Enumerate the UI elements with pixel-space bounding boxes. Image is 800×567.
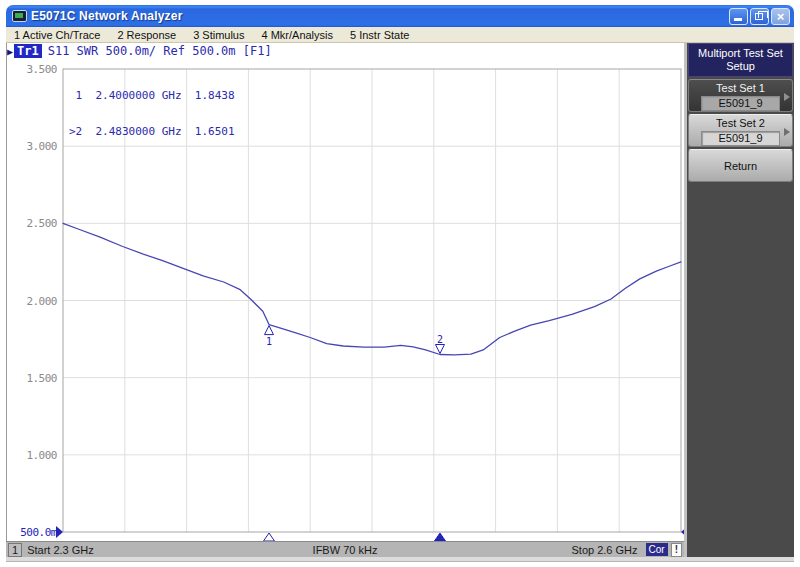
test-set-1-label: Test Set 1	[716, 82, 765, 94]
status-bar: 1 Start 2.3 GHz IFBW 70 kHz Stop 2.6 GHz…	[6, 541, 684, 557]
return-label: Return	[724, 160, 757, 172]
marker-readout: 1 2.4000000 GHz 1.8438 >2 2.4830000 GHz …	[69, 66, 235, 162]
test-set-2-button[interactable]: Test Set 2 E5091_9	[688, 114, 793, 147]
submenu-arrow-icon	[784, 93, 790, 101]
marker-1-stimulus-handle[interactable]	[264, 533, 275, 541]
close-icon: ×	[772, 9, 789, 24]
active-trace-pointer-icon: ▶	[7, 46, 13, 57]
marker-readout-line-2: >2 2.4830000 GHz 1.6501	[69, 126, 235, 138]
restore-icon	[755, 13, 763, 20]
menu-item-instr-state[interactable]: 5 Instr State	[350, 29, 409, 41]
y-axis-tick-label: 2.500	[7, 217, 57, 230]
submenu-arrow-icon	[784, 128, 790, 136]
warning-indicator: !	[671, 543, 682, 557]
marker-readout-line-1: 1 2.4000000 GHz 1.8438	[69, 90, 235, 102]
menu-bar: 1 Active Ch/Trace 2 Response 3 Stimulus …	[6, 27, 794, 43]
menu-item-active-ch-trace[interactable]: 1 Active Ch/Trace	[14, 29, 100, 41]
y-axis-tick-label: 1.500	[7, 372, 57, 385]
title-bar: E5071C Network Analyzer ×	[6, 5, 794, 27]
trace-marker-2-number: 2	[437, 334, 443, 345]
app-icon	[12, 10, 27, 22]
return-button[interactable]: Return	[688, 149, 793, 182]
test-set-1-value: E5091_9	[701, 96, 780, 111]
menu-item-stimulus[interactable]: 3 Stimulus	[193, 29, 244, 41]
menu-item-response[interactable]: 2 Response	[117, 29, 176, 41]
menu-item-mkr-analysis[interactable]: 4 Mkr/Analysis	[261, 29, 333, 41]
marker-2-stimulus-handle[interactable]	[434, 533, 445, 541]
chart-panel: 112 3.5003.0002.5002.0001.5001.000500.0m…	[6, 43, 684, 541]
test-set-2-label: Test Set 2	[716, 117, 765, 129]
trace-marker-1-number: 1	[266, 336, 272, 347]
y-axis-tick-label: 3.000	[7, 140, 57, 153]
softkey-menu-title: Multiport Test Set Setup	[688, 43, 793, 77]
stop-frequency: Stop 2.6 GHz	[571, 544, 637, 556]
minimize-button[interactable]	[729, 8, 748, 25]
trace-tab-tr1[interactable]: Tr1	[14, 44, 42, 58]
y-axis-tick-label: 3.500	[7, 63, 57, 76]
trace-settings-text: S11 SWR 500.0m/ Ref 500.0m [F1]	[48, 44, 272, 58]
y-axis-tick-label: 500.0m	[7, 526, 57, 539]
window-bottom-edge	[6, 557, 794, 562]
y-axis-tick-label: 2.000	[7, 295, 57, 308]
test-set-1-button[interactable]: Test Set 1 E5091_9	[688, 79, 793, 112]
restore-button[interactable]	[750, 8, 769, 25]
y-axis-tick-label: 1.000	[7, 449, 57, 462]
trace-marker-2-icon	[435, 345, 444, 354]
window-title: E5071C Network Analyzer	[31, 9, 183, 23]
ref-level-arrow-left[interactable]	[56, 526, 63, 538]
close-button[interactable]: ×	[771, 8, 790, 25]
minimize-icon	[734, 18, 742, 21]
test-set-2-value: E5091_9	[701, 131, 780, 146]
e5071c-window: E5071C Network Analyzer × 1 Active Ch/Tr…	[0, 0, 800, 567]
channel-indicator: 1	[8, 543, 22, 557]
start-frequency: Start 2.3 GHz	[27, 544, 94, 556]
softkey-sidebar: Multiport Test Set Setup Test Set 1 E509…	[684, 43, 794, 557]
trace-bar: ▶ Tr1 S11 SWR 500.0m/ Ref 500.0m [F1]	[7, 44, 272, 58]
cor-indicator: Cor	[646, 543, 668, 556]
trace-marker-1-icon	[265, 326, 274, 335]
